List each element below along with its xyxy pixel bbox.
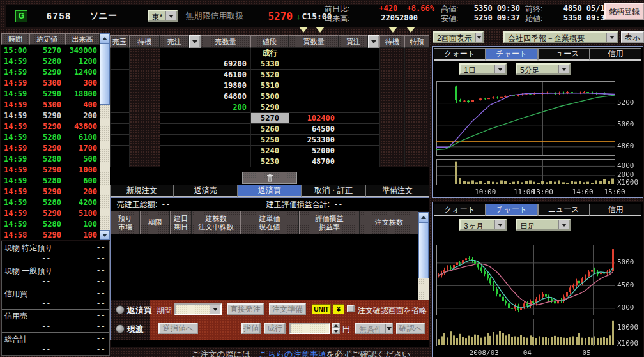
panel-tab-3[interactable]: 信用 — [590, 204, 641, 216]
panel-tab-2[interactable]: ニュース — [538, 48, 590, 61]
direct-order-button[interactable]: 直接発注 — [227, 303, 264, 315]
tape-scrollbar[interactable] — [100, 33, 110, 240]
scroll-thumb[interactable] — [100, 43, 110, 105]
balance-value: -- — [96, 277, 105, 285]
price-input[interactable] — [289, 323, 330, 334]
genwatashi-radio[interactable] — [116, 324, 125, 333]
order-book-row[interactable]: 648005300 — [110, 91, 429, 102]
chevron-down-icon[interactable] — [385, 324, 392, 333]
order-tab-2[interactable]: 返済買 — [238, 185, 302, 197]
chevron-down-icon[interactable] — [494, 65, 505, 73]
stepper-up-icon[interactable] — [332, 323, 340, 328]
interval-select[interactable]: 日足 — [516, 219, 571, 231]
confirm-button[interactable]: 確認へ — [396, 323, 425, 334]
col-price: 値段 — [250, 35, 289, 48]
chevron-down-icon[interactable] — [606, 33, 617, 42]
scroll-track[interactable] — [100, 105, 110, 230]
price-stepper[interactable] — [332, 323, 340, 334]
tape-col-header: 時間 — [1, 33, 29, 45]
panel-tab-2[interactable]: ニュース — [538, 204, 590, 216]
price-cell: 5270 — [250, 113, 289, 124]
order-book-row[interactable]: 524052000 — [110, 146, 429, 156]
condition-select[interactable]: 無条件 — [355, 323, 393, 334]
order-book-row[interactable]: 526064500 — [110, 124, 429, 135]
chevron-down-icon[interactable] — [494, 220, 505, 229]
scroll-up-icon[interactable] — [418, 212, 429, 222]
pl-total-label: 建玉評価損益合計: — [266, 199, 330, 210]
interval-select[interactable]: 5分足 — [516, 63, 571, 75]
order-book-row[interactable]: 成行 — [110, 48, 429, 59]
price-cell: 成行 — [250, 48, 289, 59]
yen-unit-label: 円 — [342, 324, 350, 335]
tape-row: 14:595290200 — [1, 110, 110, 121]
order-book-row[interactable]: 523048700 — [110, 156, 429, 167]
price-cell: 5250 — [250, 135, 289, 146]
positions-col-header: 注文株数 — [360, 211, 418, 234]
show-button[interactable]: 表示 — [621, 31, 644, 43]
market-select[interactable]: 東* — [148, 10, 178, 22]
order-tab-0[interactable]: 新規注文 — [110, 185, 174, 197]
buy-qty-cell: 102400 — [289, 113, 339, 124]
company-info-select[interactable]: 会社四季報－企業概要 — [503, 31, 618, 43]
panel-tab-0[interactable]: クォート — [434, 204, 486, 216]
register-symbol-button[interactable]: 銘柄登録 — [604, 3, 644, 20]
stop-order-button[interactable]: 逆指値へ — [158, 323, 198, 334]
tape-col-header: 出来高 — [65, 33, 100, 45]
scroll-track[interactable] — [418, 278, 429, 301]
skip-confirm-checkbox[interactable] — [347, 305, 355, 312]
buy-qty-cell: 52000 — [289, 146, 339, 156]
prepare-order-button[interactable]: 注文準備 — [269, 303, 306, 315]
order-tab-3[interactable]: 取消・訂正 — [302, 185, 365, 197]
period-label: 期間 — [157, 305, 172, 316]
stepper-down-icon[interactable] — [332, 328, 340, 334]
order-book-row[interactable]: 2005290 — [110, 102, 429, 113]
period-select[interactable] — [174, 303, 222, 315]
order-form: 返済買 期間 直接発注 注文準備 UNIT ¥ 注文確認画面を省略 現渡 逆指値… — [111, 300, 429, 340]
last-price: 5270 — [268, 10, 293, 22]
trash-button[interactable] — [242, 172, 297, 184]
notice-link[interactable]: こちらの注意事項 — [259, 349, 326, 357]
balance-label: 現物 特定預り — [4, 243, 53, 254]
order-book-row[interactable]: 692005330 — [110, 59, 429, 70]
view-mode-value: 2画面表示 — [434, 33, 475, 42]
chevron-down-icon[interactable] — [475, 33, 482, 42]
order-tab-1[interactable]: 返済売 — [174, 185, 238, 197]
view-mode-select[interactable]: 2画面表示 — [433, 31, 484, 43]
market-button[interactable]: 成行 — [264, 323, 286, 334]
chart-panel-intraday: クォートチャートニュース信用 1日 5分足 — [432, 46, 643, 198]
tape-row: 14:5952901700 — [1, 142, 110, 153]
tape-row: 14:59529012400 — [1, 66, 110, 77]
buy-orders-dropdown-icon[interactable] — [368, 35, 379, 48]
sell-qty-cell — [201, 113, 250, 124]
positions-scrollbar[interactable] — [418, 212, 429, 312]
buy-qty-cell: 253300 — [289, 135, 339, 146]
scroll-up-icon[interactable] — [100, 33, 110, 43]
chevron-down-icon[interactable] — [210, 305, 220, 314]
order-tab-4[interactable]: 準備注文 — [365, 185, 429, 197]
col-waiting-right: 待機 — [379, 35, 404, 48]
stock-code: 6758 — [47, 11, 72, 21]
range-select[interactable]: 3ヶ月 — [459, 219, 507, 231]
scroll-thumb[interactable] — [418, 222, 429, 278]
balance-value: -- — [96, 322, 105, 331]
chevron-down-icon[interactable] — [558, 65, 569, 73]
chevron-down-icon[interactable] — [558, 220, 569, 229]
sell-orders-dropdown-icon[interactable] — [189, 35, 201, 48]
panel-tab-0[interactable]: クォート — [434, 48, 486, 61]
col-special-deposit: 特預 — [404, 35, 429, 48]
order-book-row[interactable]: 5270102400 — [110, 113, 429, 124]
order-book: 売玉 待機 売注 売数量 値段 買数量 買注 待機 特預 成行692005330… — [110, 35, 429, 185]
panel-tab-1[interactable]: チャート — [486, 204, 537, 216]
order-book-row[interactable]: 5250253300 — [110, 135, 429, 146]
panel-tab-3[interactable]: 信用 — [590, 48, 641, 61]
tape-col-header: 約定値 — [29, 33, 65, 45]
range-select[interactable]: 1日 — [459, 63, 507, 75]
scroll-down-icon[interactable] — [100, 230, 110, 240]
order-book-row[interactable]: 461005320 — [110, 70, 429, 80]
balance-value: -- — [42, 277, 50, 285]
order-book-row[interactable]: 198005310 — [110, 80, 429, 91]
panel-tab-1[interactable]: チャート — [486, 48, 537, 61]
limit-button[interactable]: 指値 — [241, 323, 261, 334]
chevron-down-icon[interactable] — [165, 11, 176, 20]
repay-buy-radio[interactable] — [116, 305, 125, 314]
